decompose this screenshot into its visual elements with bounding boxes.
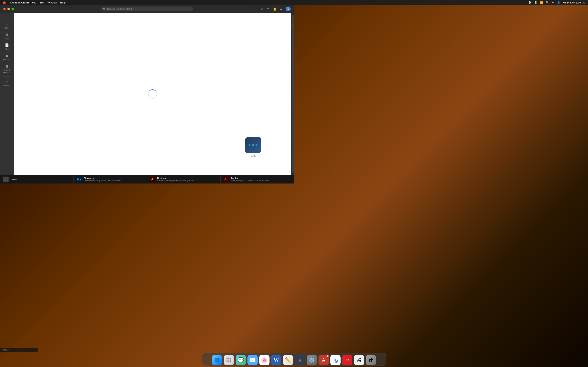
notifications-icon[interactable]: 🔔 [273, 7, 277, 11]
footer-item-illustrator[interactable]: Ai Illustrator Create stunning illustrat… [147, 176, 221, 183]
sidebar-apps-label: Apps [5, 38, 9, 40]
back-button[interactable]: ‹ [3, 15, 11, 19]
stock-icon: ⊟ [5, 64, 9, 68]
cad-icon-graphic: CAD [245, 137, 261, 153]
illustrator-info: Illustrator Create stunning illustration… [157, 177, 195, 182]
traffic-lights [3, 8, 14, 10]
menu-edit[interactable]: Edit [40, 1, 44, 4]
illustrator-name: Illustrator [157, 177, 195, 179]
menu-creative-cloud[interactable]: Creative Cloud [10, 1, 29, 4]
tutobil-icon [3, 176, 9, 182]
sidebar-quickadd-label: Quick a... [3, 85, 11, 87]
sidebar-item-discover[interactable]: ◉ Discover [1, 52, 13, 62]
app-titlebar: 🔍 Search Creative Cloud 𝒻 ? 🔔 ☁ U [0, 5, 294, 13]
files-icon: 📄 [5, 43, 9, 48]
acrobat-icon: Ac [223, 176, 229, 182]
menubar-left: 🍎 Creative Cloud File Edit Window Help [2, 1, 66, 4]
sidebar-item-stock[interactable]: ⊟ Stock & Market... [1, 63, 13, 75]
menu-help[interactable]: Help [60, 1, 66, 4]
acrobat-desc: View, share, or comment on PDFs for free [231, 179, 269, 182]
sidebar-files-label: Files [5, 48, 9, 50]
help-icon[interactable]: ? [266, 7, 270, 11]
illustrator-desc: Create stunning illustrations and graphi… [157, 179, 195, 182]
search-bar[interactable]: 🔍 Search Creative Cloud [101, 7, 193, 11]
acrobat-info: Acrobat View, share, or comment on PDFs … [231, 177, 269, 182]
home-icon: ⌂ [5, 22, 9, 26]
sidebar-item-quickadd[interactable]: + Quick a... [1, 78, 13, 88]
maximize-button[interactable] [11, 8, 14, 10]
cad-icon-text: CAD [249, 143, 258, 147]
sidebar: ‹ ⌂ Home ⊞ Apps 📄 Files ◉ Discover ⊟ Sto… [0, 13, 14, 175]
menubar: 🍎 Creative Cloud File Edit Window Help 📡… [0, 0, 294, 5]
minimize-button[interactable] [7, 8, 10, 10]
cad-desktop-icon[interactable]: CAD CAD [245, 137, 261, 157]
close-button[interactable] [3, 8, 6, 10]
footer-strip: Tutobil Ps Photoshop Create beautiful gr… [0, 175, 294, 184]
cad-label: CAD [251, 154, 256, 157]
cloud-icon[interactable]: ☁ [279, 7, 283, 11]
sidebar-item-home[interactable]: ⌂ Home [1, 21, 13, 30]
more-options-button[interactable] [289, 23, 293, 27]
quickadd-icon: + [5, 80, 9, 84]
sidebar-stock-label: Stock & Market... [2, 69, 12, 74]
menu-file[interactable]: File [32, 1, 36, 4]
titlebar-right-icons: 𝒻 ? 🔔 ☁ U [260, 7, 291, 11]
footer-item-photoshop[interactable]: Ps Photoshop Create beautiful graphics, … [73, 176, 147, 183]
photoshop-desc: Create beautiful graphics, photos and ar… [84, 179, 121, 182]
sidebar-discover-label: Discover [3, 58, 10, 61]
search-icon: 🔍 [103, 8, 106, 10]
photoshop-name: Photoshop [84, 177, 121, 179]
discover-icon: ◉ [5, 53, 9, 58]
menu-window[interactable]: Window [47, 1, 57, 4]
loading-spinner [148, 89, 157, 99]
right-scrollbar-panel [291, 13, 294, 175]
tutobil-name: Tutobil [10, 178, 17, 181]
sidebar-home-label: Home [4, 27, 9, 29]
font-icon[interactable]: 𝒻 [260, 7, 263, 11]
apps-icon: ⊞ [5, 33, 9, 37]
sidebar-divider [3, 76, 11, 77]
illustrator-icon: Ai [150, 176, 156, 182]
photoshop-icon: Ps [76, 176, 82, 182]
search-placeholder: Search Creative Cloud [107, 8, 132, 10]
footer-item-acrobat[interactable]: Ac Acrobat View, share, or comment on PD… [221, 176, 294, 183]
photoshop-info: Photoshop Create beautiful graphics, pho… [84, 177, 121, 182]
footer-item-tutobil[interactable]: Tutobil [0, 176, 73, 183]
tutobil-info: Tutobil [10, 178, 17, 181]
scrollbar-track[interactable] [292, 15, 294, 173]
sidebar-item-apps[interactable]: ⊞ Apps [1, 31, 13, 41]
user-avatar[interactable]: U [286, 7, 291, 11]
apple-logo-icon[interactable]: 🍎 [2, 1, 6, 4]
sidebar-item-files[interactable]: 📄 Files [1, 42, 13, 52]
acrobat-name: Acrobat [231, 177, 269, 179]
